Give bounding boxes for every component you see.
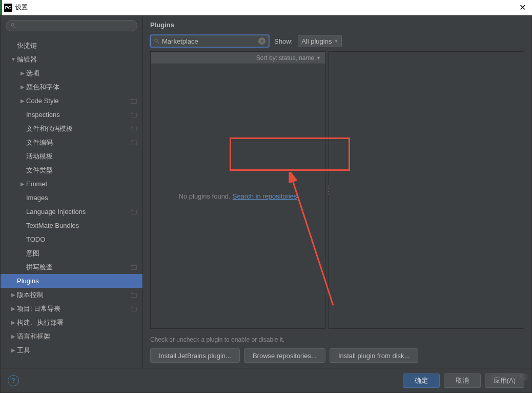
project-scope-icon [130, 139, 137, 146]
svg-rect-13 [131, 292, 133, 293]
chevron-down-icon: ▼ [316, 55, 321, 61]
empty-text: No plugins found. [179, 192, 231, 200]
project-scope-icon [130, 111, 137, 119]
svg-rect-3 [131, 112, 133, 113]
svg-rect-15 [131, 306, 133, 307]
project-scope-icon [130, 208, 137, 215]
sidebar-item-label: Emmet [26, 180, 137, 188]
sidebar-item[interactable]: ▶项目: 日常导表 [1, 302, 142, 316]
install-jetbrains-plugin-button[interactable]: Install JetBrains plugin... [150, 348, 240, 363]
sidebar-item-label: 语言和框架 [17, 332, 137, 341]
svg-rect-2 [131, 113, 137, 117]
tree-arrow-icon: ▼ [10, 56, 17, 62]
browse-repositories-button[interactable]: Browse repositories... [244, 348, 325, 363]
sidebar-item-label: 文件编码 [26, 138, 130, 147]
sidebar-item[interactable]: 文件编码 [1, 135, 142, 149]
close-icon[interactable]: ✕ [517, 3, 528, 12]
sidebar-item[interactable]: ▶构建、执行部署 [1, 316, 142, 329]
install-from-disk-button[interactable]: Install plugin from disk... [330, 348, 418, 363]
sidebar-item-label: 颜色和字体 [26, 83, 137, 92]
sidebar-item[interactable]: ▶Code Style [1, 94, 142, 108]
help-icon[interactable]: ? [8, 375, 19, 386]
clear-search-icon[interactable]: ✕ [258, 37, 265, 45]
sort-label: Sort by: status, name [256, 54, 314, 62]
ok-button[interactable]: 确定 [403, 374, 440, 388]
project-scope-icon [130, 305, 137, 312]
sidebar-item-label: 项目: 日常导表 [17, 304, 130, 313]
plugin-list-empty: No plugins found. Search in repositories [151, 64, 325, 328]
sidebar-item[interactable]: Images [1, 191, 142, 205]
settings-dialog: 快捷键▼编辑器▶选项▶颜色和字体▶Code StyleInspections文件… [0, 15, 532, 393]
tree-arrow-icon: ▶ [19, 84, 26, 90]
search-icon [10, 23, 16, 29]
content-pane: Plugins ✕ Show: All plugins ▼ Sort by: s… [143, 16, 531, 368]
svg-rect-12 [131, 293, 137, 297]
svg-rect-9 [131, 209, 133, 210]
svg-rect-0 [131, 99, 137, 103]
sidebar-item[interactable]: Plugins [1, 274, 142, 288]
show-filter-value: All plugins [301, 37, 332, 45]
sort-header[interactable]: Sort by: status, name ▼ [151, 52, 325, 64]
sidebar-item-label: 文件类型 [26, 166, 137, 175]
sidebar-item-label: Inspections [26, 111, 130, 119]
tree-arrow-icon: ▶ [10, 347, 17, 353]
plugin-search-value[interactable] [162, 37, 258, 45]
sidebar-item[interactable]: Language Injections [1, 205, 142, 219]
search-repositories-link[interactable]: Search in repositories [233, 192, 297, 200]
show-filter-dropdown[interactable]: All plugins ▼ [298, 35, 342, 47]
sidebar-item[interactable]: ▼编辑器 [1, 52, 142, 66]
tree-arrow-icon: ▶ [19, 181, 26, 187]
sidebar-item-label: 快捷键 [17, 41, 137, 50]
project-scope-icon [130, 125, 137, 132]
tree-arrow-icon: ▶ [10, 306, 17, 311]
sidebar-item[interactable]: 文件和代码模板 [1, 122, 142, 135]
chevron-down-icon: ▼ [334, 38, 338, 44]
sidebar-item[interactable]: ▶颜色和字体 [1, 80, 142, 94]
project-scope-icon [130, 97, 137, 105]
sidebar-item-label: 活动模板 [26, 152, 137, 161]
sidebar-item[interactable]: ▶Emmet [1, 177, 142, 191]
sidebar-item[interactable]: 活动模板 [1, 149, 142, 163]
sidebar-item[interactable]: 意图 [1, 246, 142, 260]
sidebar-item[interactable]: 快捷键 [1, 38, 142, 52]
title-bar: PC 设置 ✕ [0, 0, 532, 15]
cancel-button[interactable]: 取消 [444, 374, 481, 388]
plugin-hint: Check or uncheck a plugin to enable or d… [143, 333, 531, 346]
sidebar-item[interactable]: 拼写检查 [1, 260, 142, 274]
sidebar-item[interactable]: ▶版本控制 [1, 288, 142, 302]
sidebar-item-label: 拼写检查 [26, 263, 130, 272]
tree-arrow-icon: ▶ [19, 98, 26, 104]
sidebar-item[interactable]: ▶工具 [1, 343, 142, 357]
svg-rect-5 [131, 126, 133, 127]
project-scope-icon [130, 291, 137, 299]
svg-rect-6 [131, 141, 137, 145]
svg-rect-4 [131, 127, 137, 131]
sidebar-item-label: 选项 [26, 69, 137, 78]
svg-rect-11 [131, 265, 133, 266]
sidebar-item[interactable]: TODO [1, 232, 142, 246]
svg-rect-14 [131, 307, 137, 311]
sidebar-item[interactable]: ▶语言和框架 [1, 329, 142, 343]
tree-arrow-icon: ▶ [10, 292, 17, 298]
sidebar-item[interactable]: ▶选项 [1, 66, 142, 80]
sidebar-item[interactable]: TextMate Bundles [1, 219, 142, 232]
tree-arrow-icon: ▶ [19, 70, 26, 76]
sidebar-item-label: 工具 [17, 346, 137, 355]
splitter-handle[interactable] [327, 185, 330, 195]
settings-sidebar: 快捷键▼编辑器▶选项▶颜色和字体▶Code StyleInspections文件… [1, 16, 143, 368]
sidebar-item-label: 编辑器 [17, 55, 137, 64]
project-scope-icon [130, 264, 137, 271]
sidebar-item-label: TextMate Bundles [26, 222, 137, 229]
search-icon [154, 38, 160, 44]
show-label: Show: [274, 37, 293, 45]
settings-tree[interactable]: 快捷键▼编辑器▶选项▶颜色和字体▶Code StyleInspections文件… [1, 35, 142, 368]
plugin-search-input[interactable]: ✕ [150, 35, 269, 47]
sidebar-item[interactable]: Inspections [1, 108, 142, 122]
svg-rect-8 [131, 210, 137, 214]
app-icon: PC [4, 4, 12, 12]
sidebar-search-input[interactable] [6, 20, 137, 31]
sidebar-item[interactable]: 文件类型 [1, 163, 142, 177]
page-title: Plugins [143, 16, 531, 31]
tree-arrow-icon: ▶ [10, 320, 17, 325]
svg-rect-7 [131, 140, 133, 141]
